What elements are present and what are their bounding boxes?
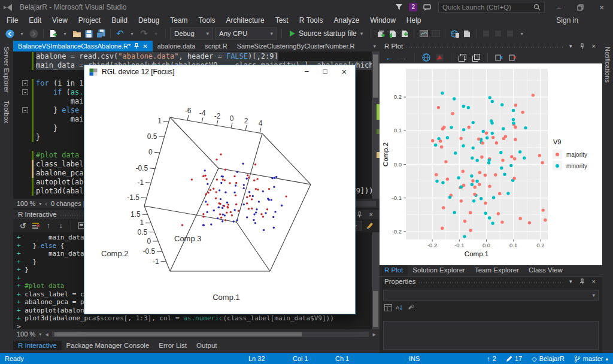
sign-in-link[interactable]: Sign in bbox=[556, 16, 578, 25]
pin-icon[interactable] bbox=[578, 278, 587, 285]
menu-build[interactable]: Build bbox=[106, 15, 133, 26]
tab-error-list[interactable]: Error List bbox=[154, 341, 192, 350]
new-r-script-icon[interactable] bbox=[387, 29, 397, 39]
rint-zoom-dropdown[interactable]: ▾ bbox=[39, 332, 41, 337]
history-next-icon[interactable]: ↓ bbox=[56, 221, 66, 231]
menu-debug[interactable]: Debug bbox=[133, 15, 165, 26]
copy-plot-icon[interactable] bbox=[457, 53, 468, 63]
menu-edit[interactable]: Edit bbox=[23, 15, 47, 26]
editor-vertical-scrollbar[interactable] bbox=[372, 51, 380, 199]
menu-architecture[interactable]: Architecture bbox=[221, 15, 270, 26]
platform-combo[interactable]: Any CPU▾ bbox=[215, 28, 277, 40]
scrollbar-thumb[interactable] bbox=[54, 332, 302, 336]
fold-toggle[interactable]: - bbox=[22, 80, 28, 86]
quick-launch-input[interactable]: Quick Launch (Ctrl+Q) bbox=[438, 2, 545, 13]
export-web-icon[interactable] bbox=[421, 53, 431, 63]
menu-tools[interactable]: Tools bbox=[193, 15, 221, 26]
rint-horizontal-scrollbar[interactable] bbox=[52, 332, 369, 337]
export-pdf-icon[interactable] bbox=[435, 53, 445, 63]
editor-tab[interactable]: script.R bbox=[200, 41, 232, 51]
redo-dropdown[interactable]: ▾ bbox=[151, 29, 161, 39]
new-file-dropdown[interactable]: ▾ bbox=[60, 29, 70, 39]
web-help-icon[interactable] bbox=[450, 29, 460, 39]
editor-tab[interactable]: BalanceVSImbalanceClassAbalone.R*✕ bbox=[13, 41, 153, 51]
pane-dropdown-icon[interactable]: ▾ bbox=[568, 43, 574, 49]
history-previous-icon[interactable]: ↑ bbox=[43, 221, 53, 231]
reset-session-icon[interactable]: ↺ bbox=[18, 221, 28, 231]
minimize-button[interactable]: – bbox=[551, 3, 566, 12]
menu-file[interactable]: File bbox=[1, 15, 23, 26]
menu-analyze[interactable]: Analyze bbox=[328, 15, 365, 26]
close-icon[interactable]: × bbox=[590, 43, 597, 50]
open-file-icon[interactable] bbox=[72, 29, 82, 39]
menu-team[interactable]: Team bbox=[165, 15, 193, 26]
editor-tab[interactable]: SameSizeClusteringByClusterNumber.R bbox=[232, 41, 360, 51]
send-feedback-icon[interactable] bbox=[423, 4, 432, 11]
save-icon[interactable] bbox=[84, 29, 94, 39]
clear-all-plots-icon[interactable] bbox=[508, 53, 518, 63]
next-plot-icon[interactable]: → bbox=[398, 53, 408, 63]
properties-object-combo[interactable]: ▾ bbox=[383, 290, 599, 301]
theme-brush-icon[interactable] bbox=[365, 221, 375, 231]
pin-icon[interactable] bbox=[355, 211, 364, 218]
menu-project[interactable]: Project bbox=[73, 15, 106, 26]
plot-window-icon[interactable] bbox=[418, 29, 429, 39]
tab-list-dropdown-icon[interactable]: ▾ bbox=[369, 41, 380, 51]
document-help-icon[interactable] bbox=[462, 29, 472, 39]
navigate-back-icon[interactable] bbox=[5, 29, 15, 39]
tab-r-interactive[interactable]: R Interactive bbox=[13, 341, 62, 350]
uncommitted-edits-indicator[interactable]: 17 bbox=[506, 355, 522, 362]
previous-plot-icon[interactable]: ← bbox=[384, 53, 394, 63]
save-all-icon[interactable] bbox=[96, 29, 106, 39]
pin-icon[interactable] bbox=[578, 43, 587, 50]
notification-count-badge[interactable]: 2 bbox=[409, 3, 417, 11]
rgl-device-window[interactable]: RGL device 12 [Focus] – □ × -6-4-202410.… bbox=[84, 65, 356, 314]
pin-icon[interactable] bbox=[134, 43, 139, 49]
scroll-left-arrow[interactable]: ◂ bbox=[45, 330, 48, 338]
close-button[interactable]: × bbox=[594, 3, 609, 12]
rgl-minimize-button[interactable]: – bbox=[305, 67, 309, 77]
status-line[interactable]: Ln 32 bbox=[248, 353, 265, 364]
r-plot-canvas[interactable]: -0.2-0.10.00.10.20.20.10.0-0.1-0.2Comp.1… bbox=[380, 63, 602, 265]
add-file-icon[interactable] bbox=[399, 29, 409, 39]
branch-indicator[interactable]: master ▴ bbox=[574, 355, 608, 363]
alphabetical-sort-icon[interactable]: A bbox=[396, 304, 403, 311]
rgl-3d-scatter[interactable]: -6-4-202410.50-0.5-1-1.51.510.50-0.5-1Co… bbox=[84, 78, 355, 314]
scrollbar-thumb[interactable] bbox=[373, 291, 378, 327]
source-startup-file-button[interactable]: Source startup file ▾ bbox=[286, 29, 366, 38]
scroll-right-arrow[interactable]: ▸ bbox=[372, 330, 376, 338]
editor-zoom-combo[interactable]: 100 % bbox=[17, 200, 35, 207]
editor-zoom-dropdown[interactable]: ▾ bbox=[39, 201, 41, 207]
tab-r-plot[interactable]: R Plot bbox=[380, 265, 408, 276]
collapse-chevron-icon[interactable]: ‹ bbox=[45, 200, 47, 207]
undo-icon[interactable]: ↶ bbox=[115, 29, 125, 39]
redo-icon[interactable]: ↷ bbox=[139, 29, 149, 39]
attach-icon[interactable] bbox=[375, 29, 386, 39]
rgl-title-bar[interactable]: RGL device 12 [Focus] – □ × bbox=[84, 65, 355, 78]
fold-toggle[interactable]: - bbox=[22, 107, 28, 113]
debug-target-combo[interactable]: Debug▾ bbox=[170, 28, 213, 40]
close-icon[interactable]: × bbox=[590, 278, 597, 285]
new-file-icon[interactable] bbox=[48, 29, 58, 39]
menu-help[interactable]: Help bbox=[401, 15, 427, 26]
plot-history-icon[interactable] bbox=[430, 29, 441, 39]
copy-plot-as-icon[interactable] bbox=[471, 53, 481, 63]
interrupt-r-icon[interactable] bbox=[31, 221, 41, 231]
categorized-icon[interactable] bbox=[384, 304, 392, 311]
sidebar-item-notifications[interactable]: Notifications bbox=[604, 47, 611, 83]
incoming-commits-indicator[interactable]: ↑ 2 bbox=[487, 355, 496, 362]
undo-dropdown[interactable]: ▾ bbox=[127, 29, 137, 39]
menu-view[interactable]: View bbox=[47, 15, 73, 26]
menu-r-tools[interactable]: R Tools bbox=[294, 15, 329, 26]
pane-dropdown-icon[interactable]: ▾ bbox=[568, 278, 574, 284]
close-icon[interactable]: ✕ bbox=[142, 43, 147, 50]
rint-zoom-combo[interactable]: 100 % bbox=[17, 330, 35, 338]
tab-output[interactable]: Output bbox=[192, 341, 222, 350]
restore-button[interactable] bbox=[572, 4, 588, 11]
fold-toggle[interactable]: - bbox=[22, 89, 28, 95]
properties-header[interactable]: Properties ▾ × bbox=[380, 277, 602, 286]
navigate-back-dropdown[interactable]: ▾ bbox=[17, 29, 27, 39]
tab-team-explorer[interactable]: Team Explorer bbox=[470, 265, 524, 276]
property-pages-icon[interactable] bbox=[407, 304, 415, 311]
editor-tab[interactable]: abalone.data bbox=[153, 41, 201, 51]
